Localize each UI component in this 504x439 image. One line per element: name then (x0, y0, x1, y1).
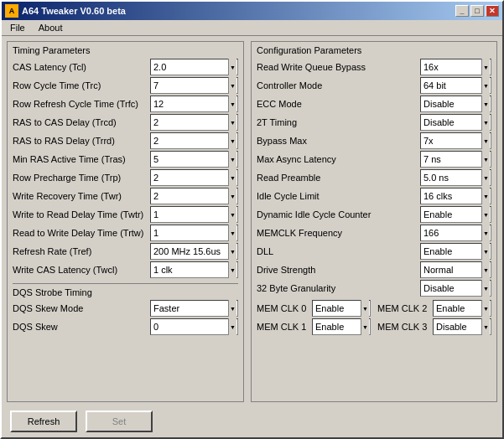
timing-panel-title: Timing Parameters (13, 45, 238, 55)
field-bypass-max: Bypass Max 7x (257, 132, 491, 149)
label-controller-mode: Controller Mode (257, 80, 420, 90)
label-ras-ras: RAS to RAS Delay (Trrd) (13, 136, 150, 146)
select-ras-cas[interactable]: 2 (150, 114, 238, 131)
select-wrapper-read-write: 1 (150, 225, 238, 241)
select-write-cas[interactable]: 1 clk (150, 261, 238, 278)
label-memclk-freq: MEMCLK Frequency (257, 228, 420, 238)
select-refresh-rate[interactable]: 200 MHz 15.6us (150, 243, 238, 260)
select-wrapper-dll: Enable (420, 243, 491, 260)
label-dqs-skew: DQS Skew (13, 322, 150, 332)
label-write-recovery: Write Recovery Time (Twr) (13, 191, 150, 201)
select-wrapper-ecc: Disable (420, 96, 491, 112)
select-wrapper-ctrl: 64 bit (420, 77, 491, 94)
select-row-cycle[interactable]: 7 (150, 77, 238, 94)
set-button[interactable]: Set (86, 411, 153, 432)
field-2t-timing: 2T Timing Disable (257, 114, 491, 131)
select-dqs-skew[interactable]: 0 (150, 318, 238, 335)
timing-panel: Timing Parameters CAS Latency (Tcl) 2.0 … (7, 41, 244, 402)
select-cas-latency[interactable]: 2.0 (150, 59, 238, 75)
field-row-refresh: Row Refresh Cycle Time (Trfc) 12 (13, 96, 238, 112)
refresh-button[interactable]: Refresh (10, 411, 77, 432)
select-row-precharge[interactable]: 2 (150, 169, 238, 186)
field-ras-ras: RAS to RAS Delay (Trrd) 2 (13, 132, 238, 149)
field-min-ras: Min RAS Active Time (Tras) 5 (13, 151, 238, 168)
label-dynamic-idle: Dynamic Idle Cycle Counter (257, 209, 420, 220)
label-read-write: Read to Write Delay Time (Trtw) (13, 228, 150, 238)
select-mem-clk-0[interactable]: Enable (312, 300, 371, 317)
select-controller-mode[interactable]: 64 bit (420, 77, 491, 94)
select-read-write[interactable]: 1 (150, 225, 238, 241)
mem-clk-2-row: MEM CLK 2 Enable (377, 300, 491, 317)
select-ras-ras[interactable]: 2 (150, 132, 238, 149)
mem-clk-left: MEM CLK 0 Enable MEM CLK 1 Enable (257, 300, 371, 337)
select-idle-cycle[interactable]: 16 clks (420, 188, 491, 204)
app-icon: A (5, 4, 18, 18)
field-read-write: Read to Write Delay Time (Trtw) 1 (13, 225, 238, 241)
label-row-precharge: Row Precharge Time (Trp) (13, 173, 150, 183)
select-wrapper-2t: Disable (420, 114, 491, 131)
title-bar: A A64 Tweaker V0.60 beta _ □ ✕ (2, 2, 502, 20)
select-rwq-bypass[interactable]: 16x (420, 59, 491, 75)
select-wrapper-async: 7 ns (420, 151, 491, 168)
menubar: File About (2, 20, 502, 36)
select-write-read[interactable]: 1 (150, 206, 238, 223)
menu-about[interactable]: About (34, 22, 68, 34)
window-controls: _ □ ✕ (455, 5, 499, 17)
select-wrapper-refresh-rate: 200 MHz 15.6us (150, 243, 238, 260)
select-wrapper-preamble: 5.0 ns (420, 169, 491, 186)
select-dqs-skew-mode[interactable]: Faster (150, 300, 238, 317)
field-read-preamble: Read Preamble 5.0 ns (257, 169, 491, 186)
select-32byte[interactable]: Disable (420, 280, 491, 297)
menu-file[interactable]: File (5, 22, 30, 34)
select-dll[interactable]: Enable (420, 243, 491, 260)
label-dqs-skew-mode: DQS Skew Mode (13, 303, 150, 313)
label-idle-cycle: Idle Cycle Limit (257, 191, 420, 201)
config-panel-title: Configuration Parameters (257, 45, 491, 55)
select-mem-clk-2[interactable]: Enable (433, 300, 491, 317)
select-wrapper-memclk1: Enable (312, 318, 371, 335)
select-wrapper-memclk: 166 (420, 225, 491, 241)
field-write-recovery: Write Recovery Time (Twr) 2 (13, 188, 238, 204)
field-row-cycle: Row Cycle Time (Trc) 7 (13, 77, 238, 94)
maximize-button[interactable]: □ (470, 5, 484, 17)
label-row-cycle: Row Cycle Time (Trc) (13, 80, 150, 90)
field-refresh-rate: Refresh Rate (Tref) 200 MHz 15.6us (13, 243, 238, 260)
select-ecc-mode[interactable]: Disable (420, 96, 491, 112)
select-dynamic-idle[interactable]: Enable (420, 206, 491, 223)
field-dll: DLL Enable (257, 243, 491, 260)
close-button[interactable]: ✕ (486, 5, 499, 17)
label-refresh-rate: Refresh Rate (Tref) (13, 246, 150, 256)
select-bypass-max[interactable]: 7x (420, 132, 491, 149)
field-cas-latency: CAS Latency (Tcl) 2.0 (13, 59, 238, 75)
field-32byte: 32 Byte Granularity Disable (257, 280, 491, 297)
select-row-refresh[interactable]: 12 (150, 96, 238, 112)
label-row-refresh: Row Refresh Cycle Time (Trfc) (13, 99, 150, 109)
label-dll: DLL (257, 246, 420, 256)
field-idle-cycle: Idle Cycle Limit 16 clks (257, 188, 491, 204)
label-drive-strength: Drive Strength (257, 265, 420, 275)
select-wrapper-drive: Normal (420, 261, 491, 278)
minimize-button[interactable]: _ (455, 5, 469, 17)
field-dqs-skew: DQS Skew 0 (13, 318, 238, 335)
field-dqs-skew-mode: DQS Skew Mode Faster (13, 300, 238, 317)
select-wrapper-memclk0: Enable (312, 300, 371, 317)
select-wrapper-ras-ras: 2 (150, 132, 238, 149)
field-ecc-mode: ECC Mode Disable (257, 96, 491, 112)
select-wrapper-row-refresh: 12 (150, 96, 238, 112)
mem-clk-right: MEM CLK 2 Enable MEM CLK 3 Disable (377, 300, 491, 337)
field-write-read: Write to Read Delay Time (Twtr) 1 (13, 206, 238, 223)
select-write-recovery[interactable]: 2 (150, 188, 238, 204)
select-mem-clk-1[interactable]: Enable (312, 318, 371, 335)
mem-clk-section: MEM CLK 0 Enable MEM CLK 1 Enable (257, 300, 491, 337)
select-memclk-freq[interactable]: 166 (420, 225, 491, 241)
select-wrapper-write-cas: 1 clk (150, 261, 238, 278)
field-dynamic-idle: Dynamic Idle Cycle Counter Enable (257, 206, 491, 223)
select-2t-timing[interactable]: Disable (420, 114, 491, 131)
select-drive-strength[interactable]: Normal (420, 261, 491, 278)
select-min-ras[interactable]: 5 (150, 151, 238, 168)
mem-clk-1-row: MEM CLK 1 Enable (257, 318, 371, 335)
label-mem-clk-1: MEM CLK 1 (257, 322, 307, 332)
select-mem-clk-3[interactable]: Disable (433, 318, 491, 335)
select-read-preamble[interactable]: 5.0 ns (420, 169, 491, 186)
select-max-async[interactable]: 7 ns (420, 151, 491, 168)
